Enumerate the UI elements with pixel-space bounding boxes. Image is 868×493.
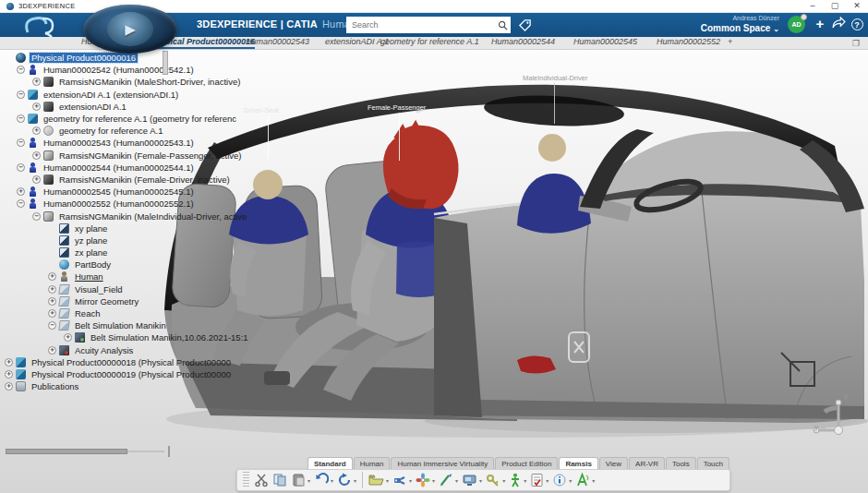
tab-geometry-for-reference[interactable]: geometry for reference A.1 [380,37,479,49]
open-button[interactable]: ▾ [368,472,390,488]
compass-tools-button[interactable]: ▾ [415,472,436,488]
collapse-icon[interactable]: − [17,138,25,147]
paste-button[interactable]: ▾ [290,472,311,488]
tree-item[interactable]: +RamsisNGManikin (MaleShort-Driver, inac… [2,76,183,88]
expand-icon[interactable]: + [48,285,56,294]
expand-icon[interactable]: + [48,346,56,355]
tree-item[interactable]: +Mirror Geometry [2,295,183,307]
collapse-icon[interactable]: − [17,199,25,208]
collapse-icon[interactable]: − [17,90,25,99]
expand-icon[interactable]: + [48,297,56,306]
search-icon[interactable] [494,17,511,33]
tree-item[interactable]: −RamsisNGManikin (MaleIndividual-Driver,… [2,210,183,222]
dock-tab-view[interactable]: View [599,457,628,469]
tree-item[interactable]: xy plane [2,222,183,234]
dock-tab-ar-vr[interactable]: AR-VR [629,457,665,469]
share-icon[interactable] [829,15,848,33]
tree-item[interactable]: +Publications [2,380,183,392]
close-button[interactable]: ✕ [846,0,868,13]
tree-item[interactable]: +RamsisNGManikin (Female-Passenger, acti… [2,150,183,162]
expand-icon[interactable]: + [32,175,41,184]
tree-item[interactable]: +Physical Product00000018 (Physical Prod… [2,356,183,368]
sketch-button[interactable]: ▾ [438,472,459,488]
expand-icon[interactable]: + [32,126,41,135]
tree-item[interactable]: +Acuity Analysis [2,344,183,356]
user-cluster[interactable]: Andreas Dünzer Common Space⌄ [701,15,779,35]
avatar[interactable]: AD [788,16,805,33]
tree-item[interactable]: −Human00002544 (Human00002544.1) [2,162,183,174]
cut-button[interactable] [253,472,270,488]
minimize-button[interactable]: – [802,0,824,13]
annotation-button[interactable]: ▾ [574,472,596,488]
maximize-button[interactable]: ▢ [824,0,846,13]
key-button[interactable]: ▾ [485,472,506,488]
tree-item[interactable]: yz plane [2,234,183,246]
expand-icon[interactable]: + [32,78,41,86]
connect-button[interactable]: ▾ [392,472,413,488]
dock-tab-ramsis[interactable]: Ramsis [559,457,597,469]
tree-item[interactable]: +RamsisNGManikin (Female-Driver, inactiv… [2,174,183,186]
dock-tab-product-edition[interactable]: Product Edition [495,457,558,469]
restore-layout-icon[interactable]: ❐ [850,38,862,49]
tree-item[interactable]: −Human00002543 (Human00002543.1) [2,137,183,149]
space-selector[interactable]: Common Space⌄ [701,22,779,35]
expand-icon[interactable]: + [5,358,13,367]
tree-item[interactable]: +Physical Product00000019 (Physical Prod… [2,368,183,380]
copy-button[interactable] [271,472,288,488]
tree-item[interactable]: −Human00002542 (Human00002542.1) [2,64,183,76]
info-button[interactable]: ▾ [551,472,573,488]
tree-item[interactable]: −Human00002552 (Human00002552.1) [2,198,183,210]
tree-item[interactable]: −extensionADI A.1 (extensionADI.1) [2,89,183,101]
collapse-icon[interactable]: − [32,212,41,221]
tree-item[interactable]: zx plane [2,246,183,259]
tree-item[interactable]: +geometry for reference A.1 [2,125,183,137]
dock-tab-touch[interactable]: Touch [697,457,729,469]
tree-item[interactable]: +Human00002545 (Human00002545.1) [2,186,183,198]
update-button[interactable]: ▾ [336,472,357,488]
tag-filter-icon[interactable] [515,16,534,34]
checklist-button[interactable]: ▾ [529,472,549,488]
tree-item[interactable]: PartBody [2,259,183,271]
expand-icon[interactable]: + [32,151,41,160]
tree-item[interactable]: +extensionADI A.1 [2,101,183,113]
collapse-icon[interactable]: − [17,66,25,74]
tree-item-root[interactable]: Physical Product00000016 [2,52,183,64]
tab-human00002543[interactable]: Human00002543 [246,37,309,49]
expand-icon[interactable]: + [48,272,56,281]
display-button[interactable]: ▾ [461,472,483,488]
dock-handle[interactable] [243,472,249,488]
expand-icon[interactable]: + [17,187,25,196]
undo-button[interactable]: ▾ [313,472,334,488]
expand-icon[interactable]: + [5,382,13,391]
expand-icon[interactable]: + [32,102,41,111]
tree-item[interactable]: −geometry for reference A.1 (geometry fo… [2,113,183,125]
search-input[interactable] [346,18,494,32]
tab-extensionadi[interactable]: extensionADI A.1 [325,37,389,49]
expand-icon[interactable]: + [48,309,56,318]
tab-human00002552[interactable]: Human00002552 [657,37,720,49]
tree-item[interactable]: +Reach [2,307,183,319]
navigation-compass[interactable]: ▶ [83,5,177,54]
tab-human00002545[interactable]: Human00002545 [573,37,637,49]
tree-horizontal-scrollbar[interactable] [6,449,170,454]
tree-item[interactable]: +Visual_Field [2,283,183,295]
dock-tab-standard[interactable]: Standard [307,457,353,469]
collapse-icon[interactable]: − [17,114,25,123]
tree-item[interactable]: +Human [2,271,183,283]
tree-item[interactable]: +Belt Simulation Manikin,10.06.2021-15:1 [2,331,183,343]
expand-icon[interactable]: + [64,333,72,342]
collapse-icon[interactable]: − [48,321,56,330]
expand-icon[interactable]: + [5,370,13,379]
new-tab-button[interactable]: + [728,37,732,49]
tab-human00002544[interactable]: Human00002544 [491,37,555,49]
manikin-button[interactable]: ▾ [508,472,527,488]
viewport[interactable]: Driver-Seat Female-Passenger MaleIndivid… [0,50,868,493]
dock-tab-tools[interactable]: Tools [666,457,696,469]
help-button[interactable]: ? [848,15,866,33]
dock-tab-human-immersive-virtuality[interactable]: Human Immersive Virtuality [391,457,494,469]
scrollbar-thumb[interactable] [6,449,127,454]
tree-vertical-scrollbar[interactable] [163,51,168,75]
dock-tab-human[interactable]: Human [354,457,391,469]
add-content-button[interactable]: + [811,15,829,33]
collapse-icon[interactable]: − [17,163,25,172]
